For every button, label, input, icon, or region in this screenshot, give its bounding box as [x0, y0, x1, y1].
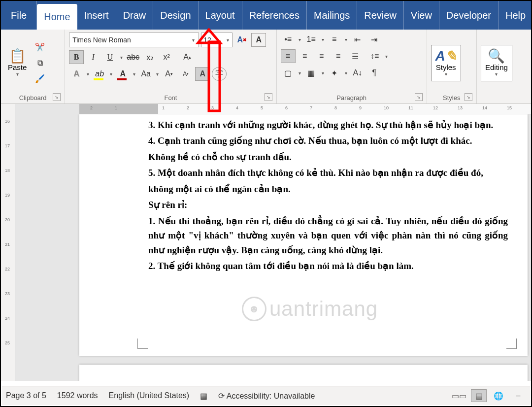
text-effects-button[interactable]: A [69, 67, 84, 81]
font-color-button[interactable]: A [115, 67, 130, 81]
doc-paragraph: 3. Khi cạnh tranh với những người khác, … [148, 118, 508, 132]
format-painter-button[interactable]: 🖌️ [33, 72, 47, 86]
group-styles: A✎ Styles ▾ Styles ↘ [427, 30, 477, 103]
chevron-down-icon[interactable]: ▾ [344, 37, 348, 42]
view-web-layout-button[interactable]: 🌐 [491, 389, 506, 402]
copy-button[interactable]: ⧉ [33, 56, 47, 70]
view-read-mode-button[interactable]: ▭▭ [451, 389, 467, 402]
shading-button[interactable]: ▢ [281, 66, 296, 80]
tab-developer[interactable]: Developer [439, 1, 499, 30]
shrink-font-sm-button[interactable]: A▾ [178, 67, 193, 81]
document-page[interactable]: 3. Khi cạnh tranh với những người khác, … [79, 114, 528, 356]
hruler-tick: 1 [162, 105, 165, 110]
align-right-button[interactable]: ≡ [314, 49, 329, 63]
tab-review[interactable]: Review [357, 1, 404, 30]
justify-button[interactable]: ≡ [331, 49, 346, 63]
chevron-down-icon[interactable]: ▾ [298, 37, 302, 42]
accessibility-icon: ⟳ [218, 392, 225, 400]
subscript-button[interactable]: x₂ [142, 50, 157, 64]
cut-button[interactable]: ✂️ [33, 40, 47, 54]
sort-button[interactable]: A↓ [350, 66, 365, 80]
font-launcher-icon[interactable]: ↘ [265, 93, 272, 101]
chevron-down-icon[interactable]: ▾ [298, 70, 302, 76]
show-hide-button[interactable]: ¶ [367, 66, 382, 80]
paste-button[interactable]: 📋 Paste ▾ [5, 47, 30, 79]
grow-font-button[interactable]: A▴ [180, 50, 195, 64]
chevron-down-icon[interactable]: ▾ [119, 55, 124, 60]
tab-mailings[interactable]: Mailings [307, 1, 357, 30]
chevron-down-icon[interactable]: ▾ [384, 54, 389, 59]
highlight-button[interactable]: ab [92, 67, 107, 81]
italic-button[interactable]: I [86, 50, 100, 64]
asian-layout-button[interactable]: ✦ [327, 66, 342, 80]
hruler-tick: 6 [285, 105, 288, 110]
strikethrough-button[interactable]: abc [126, 50, 140, 64]
increase-indent-button[interactable]: ⇥ [367, 33, 382, 46]
styles-launcher-icon[interactable]: ↘ [465, 93, 472, 101]
editing-button[interactable]: 🔍 Editing ▾ [481, 45, 512, 81]
chevron-down-icon[interactable]: ▾ [344, 70, 348, 76]
tab-references[interactable]: References [242, 1, 307, 30]
tab-home[interactable]: Home [37, 4, 77, 30]
chevron-down-icon: ▾ [226, 37, 230, 43]
align-center-button[interactable]: ≡ [298, 49, 312, 63]
font-size-select[interactable]: 12 ▾ [201, 33, 233, 47]
tab-draw[interactable]: Draw [116, 1, 154, 30]
decrease-indent-button[interactable]: ⇤ [350, 33, 365, 46]
shrink-font-row2-button[interactable]: A▾ [162, 67, 176, 81]
vertical-ruler[interactable]: 16 17 18 19 20 21 22 23 24 25 [1, 104, 15, 381]
chevron-down-icon[interactable]: ▾ [109, 71, 113, 77]
group-label-clipboard: Clipboard ↘ [5, 93, 61, 102]
font-name-select[interactable]: Times New Roman ▾ [69, 33, 199, 47]
styles-icon: A✎ [435, 49, 457, 63]
align-left-button[interactable]: ≡ [281, 49, 296, 63]
chevron-down-icon[interactable]: ▾ [86, 71, 90, 77]
enclose-characters-button[interactable]: 字 [212, 67, 227, 81]
view-print-layout-button[interactable]: ▤ [471, 389, 487, 402]
tab-layout[interactable]: Layout [199, 1, 242, 30]
hruler-tick: 12 [433, 105, 438, 110]
multilevel-list-button[interactable]: ≡ [327, 33, 342, 46]
hruler-tick: 10 [384, 105, 389, 110]
vruler-tick: 18 [4, 168, 11, 173]
line-spacing-button[interactable]: ↕≡ [367, 49, 382, 63]
document-scroll[interactable]: 3. Khi cạnh tranh với những người khác, … [15, 114, 531, 381]
status-language[interactable]: English (United States) [109, 391, 190, 400]
tab-help[interactable]: Help [499, 1, 532, 30]
macro-recording-icon[interactable]: ▦ [200, 391, 207, 401]
tab-insert[interactable]: Insert [77, 1, 116, 30]
borders-button[interactable]: ▦ [304, 66, 319, 80]
chevron-down-icon[interactable]: ▾ [321, 70, 325, 76]
zoom-out-button[interactable]: – [510, 389, 526, 402]
horizontal-ruler[interactable]: 2 1 1 2 3 4 5 6 7 8 9 10 11 12 13 14 15 [79, 104, 531, 114]
change-case-button[interactable]: Aa [138, 67, 153, 81]
clear-formatting-button[interactable]: A✖ [234, 33, 249, 47]
tab-file[interactable]: File [1, 1, 37, 30]
tab-view[interactable]: View [404, 1, 439, 30]
styles-label: Styles [436, 63, 456, 71]
underline-button[interactable]: U [102, 50, 117, 64]
font-size-value: 12 [203, 36, 211, 44]
bullets-button[interactable]: •≡ [281, 33, 296, 46]
styles-button[interactable]: A✎ Styles ▾ [431, 45, 461, 81]
bold-button[interactable]: B [69, 50, 84, 64]
paragraph-launcher-icon[interactable]: ↘ [415, 93, 423, 101]
status-page[interactable]: Page 3 of 5 [6, 391, 46, 400]
clipboard-launcher-icon[interactable]: ↘ [53, 93, 61, 101]
character-shading-button[interactable]: A [195, 67, 210, 81]
chevron-down-icon[interactable]: ▾ [132, 71, 136, 77]
hruler-tick: 5 [261, 105, 263, 110]
tab-design[interactable]: Design [153, 1, 198, 30]
chevron-down-icon[interactable]: ▾ [155, 71, 160, 77]
distributed-button[interactable]: ☰ [348, 49, 363, 63]
status-words[interactable]: 1592 words [57, 391, 98, 400]
chevron-down-icon[interactable]: ▾ [321, 37, 325, 42]
chevron-down-icon: ▾ [494, 71, 499, 77]
numbering-button[interactable]: 1≡ [304, 33, 319, 46]
status-accessibility[interactable]: ⟳ Accessibility: Unavailable [218, 391, 315, 401]
superscript-button[interactable]: x² [159, 50, 174, 64]
vruler-tick: 22 [4, 267, 11, 271]
vruler-tick: 23 [4, 291, 11, 296]
hruler-tick: 14 [482, 105, 487, 110]
character-border-button[interactable]: A [251, 33, 266, 47]
